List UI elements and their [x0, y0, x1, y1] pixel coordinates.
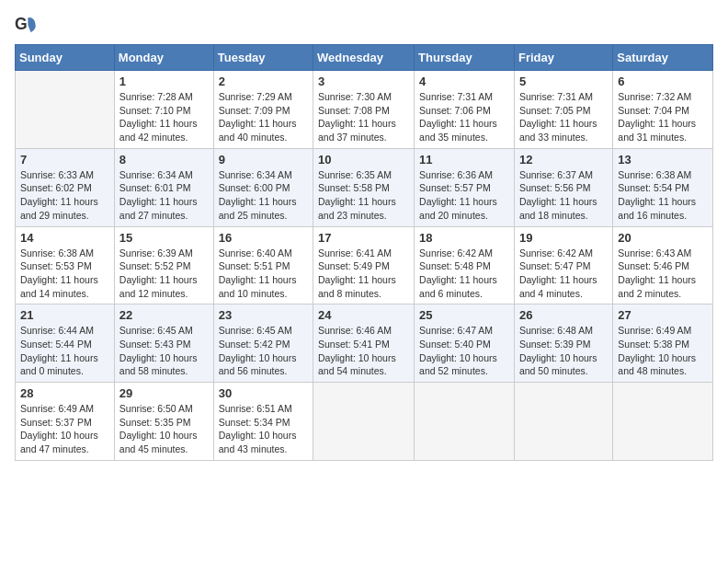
day-number: 16: [219, 231, 308, 245]
page-header: G: [15, 15, 713, 37]
day-info: Sunrise: 6:45 AM Sunset: 5:42 PM Dayligh…: [219, 324, 308, 378]
calendar-cell: 16Sunrise: 6:40 AM Sunset: 5:51 PM Dayli…: [213, 226, 313, 304]
day-info: Sunrise: 6:37 AM Sunset: 5:56 PM Dayligh…: [519, 168, 608, 223]
day-info: Sunrise: 6:41 AM Sunset: 5:49 PM Dayligh…: [318, 247, 409, 301]
calendar-header-row: SundayMondayTuesdayWednesdayThursdayFrid…: [16, 45, 713, 71]
calendar-cell: [415, 383, 515, 461]
day-info: Sunrise: 6:42 AM Sunset: 5:48 PM Dayligh…: [419, 247, 509, 301]
day-number: 1: [119, 75, 209, 88]
day-info: Sunrise: 6:34 AM Sunset: 6:01 PM Dayligh…: [119, 168, 209, 223]
calendar-cell: 23Sunrise: 6:45 AM Sunset: 5:42 PM Dayli…: [213, 304, 313, 383]
day-info: Sunrise: 6:46 AM Sunset: 5:41 PM Dayligh…: [318, 324, 409, 378]
day-info: Sunrise: 6:34 AM Sunset: 6:00 PM Dayligh…: [219, 168, 308, 223]
day-number: 2: [219, 75, 308, 88]
calendar-cell: 5Sunrise: 7:31 AM Sunset: 7:05 PM Daylig…: [514, 71, 612, 149]
day-number: 3: [318, 75, 409, 88]
calendar-cell: 7Sunrise: 6:33 AM Sunset: 6:02 PM Daylig…: [16, 148, 115, 226]
calendar-cell: 30Sunrise: 6:51 AM Sunset: 5:34 PM Dayli…: [213, 383, 313, 461]
calendar-cell: 27Sunrise: 6:49 AM Sunset: 5:38 PM Dayli…: [613, 304, 713, 383]
calendar-cell: 17Sunrise: 6:41 AM Sunset: 5:49 PM Dayli…: [313, 226, 415, 304]
calendar-cell: 8Sunrise: 6:34 AM Sunset: 6:01 PM Daylig…: [114, 148, 213, 226]
day-info: Sunrise: 6:40 AM Sunset: 5:51 PM Dayligh…: [219, 247, 308, 301]
day-info: Sunrise: 7:30 AM Sunset: 7:08 PM Dayligh…: [318, 90, 409, 144]
logo-icon: G: [15, 15, 37, 37]
calendar-cell: 24Sunrise: 6:46 AM Sunset: 5:41 PM Dayli…: [313, 304, 415, 383]
calendar-cell: 6Sunrise: 7:32 AM Sunset: 7:04 PM Daylig…: [613, 71, 713, 149]
day-info: Sunrise: 6:44 AM Sunset: 5:44 PM Dayligh…: [20, 324, 109, 378]
day-number: 5: [519, 75, 608, 88]
calendar-cell: 28Sunrise: 6:49 AM Sunset: 5:37 PM Dayli…: [16, 383, 115, 461]
day-number: 25: [419, 308, 509, 322]
day-info: Sunrise: 6:43 AM Sunset: 5:46 PM Dayligh…: [618, 247, 708, 301]
day-number: 7: [20, 153, 109, 167]
day-info: Sunrise: 6:35 AM Sunset: 5:58 PM Dayligh…: [318, 168, 409, 223]
day-info: Sunrise: 6:42 AM Sunset: 5:47 PM Dayligh…: [519, 247, 608, 301]
calendar-cell: 1Sunrise: 7:28 AM Sunset: 7:10 PM Daylig…: [114, 71, 213, 149]
day-info: Sunrise: 7:31 AM Sunset: 7:05 PM Dayligh…: [519, 90, 608, 144]
day-of-week-header: Sunday: [16, 45, 115, 71]
calendar-cell: 13Sunrise: 6:38 AM Sunset: 5:54 PM Dayli…: [613, 148, 713, 226]
day-number: 13: [618, 153, 708, 167]
logo: G: [15, 15, 40, 37]
day-info: Sunrise: 7:29 AM Sunset: 7:09 PM Dayligh…: [219, 90, 308, 144]
day-of-week-header: Wednesday: [313, 45, 415, 71]
day-info: Sunrise: 6:38 AM Sunset: 5:53 PM Dayligh…: [20, 247, 109, 301]
calendar-cell: 29Sunrise: 6:50 AM Sunset: 5:35 PM Dayli…: [114, 383, 213, 461]
day-info: Sunrise: 7:28 AM Sunset: 7:10 PM Dayligh…: [119, 90, 209, 144]
day-number: 18: [419, 231, 509, 245]
calendar-cell: 10Sunrise: 6:35 AM Sunset: 5:58 PM Dayli…: [313, 148, 415, 226]
calendar-cell: 26Sunrise: 6:48 AM Sunset: 5:39 PM Dayli…: [514, 304, 612, 383]
day-number: 17: [318, 231, 409, 245]
day-info: Sunrise: 6:33 AM Sunset: 6:02 PM Dayligh…: [20, 168, 109, 223]
calendar-cell: [514, 383, 612, 461]
day-info: Sunrise: 6:39 AM Sunset: 5:52 PM Dayligh…: [119, 247, 209, 301]
calendar-week-row: 7Sunrise: 6:33 AM Sunset: 6:02 PM Daylig…: [16, 148, 713, 226]
calendar-cell: 2Sunrise: 7:29 AM Sunset: 7:09 PM Daylig…: [213, 71, 313, 149]
calendar-cell: 9Sunrise: 6:34 AM Sunset: 6:00 PM Daylig…: [213, 148, 313, 226]
day-of-week-header: Saturday: [613, 45, 713, 71]
day-number: 30: [219, 386, 308, 400]
day-number: 19: [519, 231, 608, 245]
day-info: Sunrise: 6:50 AM Sunset: 5:35 PM Dayligh…: [119, 402, 209, 456]
day-info: Sunrise: 6:49 AM Sunset: 5:38 PM Dayligh…: [618, 324, 708, 378]
day-number: 23: [219, 308, 308, 322]
calendar-week-row: 1Sunrise: 7:28 AM Sunset: 7:10 PM Daylig…: [16, 71, 713, 149]
day-number: 29: [119, 386, 209, 400]
calendar-cell: 20Sunrise: 6:43 AM Sunset: 5:46 PM Dayli…: [613, 226, 713, 304]
day-info: Sunrise: 6:45 AM Sunset: 5:43 PM Dayligh…: [119, 324, 209, 378]
day-number: 15: [119, 231, 209, 245]
day-number: 21: [20, 308, 109, 322]
calendar-cell: [313, 383, 415, 461]
calendar-cell: 14Sunrise: 6:38 AM Sunset: 5:53 PM Dayli…: [16, 226, 115, 304]
day-number: 12: [519, 153, 608, 167]
day-number: 10: [318, 153, 409, 167]
calendar-cell: 11Sunrise: 6:36 AM Sunset: 5:57 PM Dayli…: [415, 148, 515, 226]
day-number: 9: [219, 153, 308, 167]
calendar-cell: 15Sunrise: 6:39 AM Sunset: 5:52 PM Dayli…: [114, 226, 213, 304]
day-of-week-header: Friday: [514, 45, 612, 71]
day-of-week-header: Thursday: [415, 45, 515, 71]
calendar-week-row: 28Sunrise: 6:49 AM Sunset: 5:37 PM Dayli…: [16, 383, 713, 461]
day-number: 14: [20, 231, 109, 245]
day-number: 11: [419, 153, 509, 167]
day-number: 20: [618, 231, 708, 245]
day-info: Sunrise: 7:32 AM Sunset: 7:04 PM Dayligh…: [618, 90, 708, 144]
day-number: 28: [20, 386, 109, 400]
day-number: 24: [318, 308, 409, 322]
day-number: 8: [119, 153, 209, 167]
day-info: Sunrise: 6:48 AM Sunset: 5:39 PM Dayligh…: [519, 324, 608, 378]
calendar-week-row: 14Sunrise: 6:38 AM Sunset: 5:53 PM Dayli…: [16, 226, 713, 304]
calendar-cell: 22Sunrise: 6:45 AM Sunset: 5:43 PM Dayli…: [114, 304, 213, 383]
day-number: 26: [519, 308, 608, 322]
calendar-cell: 12Sunrise: 6:37 AM Sunset: 5:56 PM Dayli…: [514, 148, 612, 226]
calendar-table: SundayMondayTuesdayWednesdayThursdayFrid…: [15, 44, 713, 461]
calendar-cell: [16, 71, 115, 149]
calendar-week-row: 21Sunrise: 6:44 AM Sunset: 5:44 PM Dayli…: [16, 304, 713, 383]
calendar-cell: 18Sunrise: 6:42 AM Sunset: 5:48 PM Dayli…: [415, 226, 515, 304]
day-info: Sunrise: 6:36 AM Sunset: 5:57 PM Dayligh…: [419, 168, 509, 223]
day-info: Sunrise: 6:47 AM Sunset: 5:40 PM Dayligh…: [419, 324, 509, 378]
calendar-cell: 4Sunrise: 7:31 AM Sunset: 7:06 PM Daylig…: [415, 71, 515, 149]
day-number: 22: [119, 308, 209, 322]
calendar-cell: 19Sunrise: 6:42 AM Sunset: 5:47 PM Dayli…: [514, 226, 612, 304]
calendar-body: 1Sunrise: 7:28 AM Sunset: 7:10 PM Daylig…: [16, 71, 713, 461]
